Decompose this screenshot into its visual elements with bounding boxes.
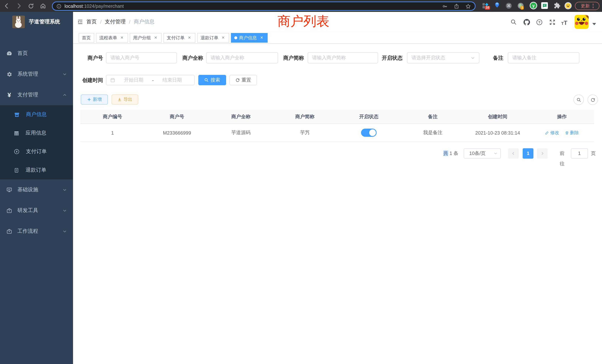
create-time-range-input[interactable]: 开始日期 - 结束日期 (106, 75, 195, 85)
close-icon[interactable]: ✕ (119, 35, 125, 40)
export-button[interactable]: 导出 (112, 95, 138, 105)
search-icon[interactable] (510, 19, 517, 25)
current-page[interactable]: 1 (523, 148, 533, 159)
prev-page-button[interactable] (508, 148, 519, 159)
filter-label-remark: 备注 (478, 52, 503, 63)
filter-label-create-time: 创建时间 (78, 75, 103, 85)
sidebar-item-devtools[interactable]: 研发工具 (0, 200, 73, 221)
browser-forward-icon[interactable] (16, 3, 22, 9)
status-toggle[interactable] (361, 129, 377, 137)
add-button[interactable]: 新增 (81, 95, 108, 105)
remark-input[interactable]: 请输入备注 (508, 52, 579, 63)
sidebar-item-label: 商户信息 (26, 111, 47, 118)
filter-label-merchant-name: 商户全称 (178, 52, 203, 63)
sidebar-item-refund-order[interactable]: 退款订单 (0, 161, 73, 179)
sidebar-item-label: 工作流程 (17, 228, 38, 235)
edit-link[interactable]: 修改 (545, 129, 559, 136)
extension-grey-icon[interactable]: 1 (517, 2, 524, 9)
profile-emoji-icon[interactable] (564, 2, 572, 10)
sidebar-item-infra[interactable]: 基础设施 (0, 179, 73, 200)
column-header: 备注 (400, 110, 465, 123)
filter-label-status: 开启状态 (377, 52, 403, 63)
chevron-down-icon (494, 152, 497, 155)
chevron-down-icon (63, 229, 67, 233)
store-icon (14, 112, 20, 117)
sidebar-item-app-info[interactable]: 应用信息 (0, 124, 73, 142)
close-icon[interactable]: ✕ (221, 35, 226, 40)
reset-button[interactable]: 重置 (229, 75, 257, 85)
tab-merchant-info[interactable]: 商户信息✕ (231, 33, 268, 43)
hamburger-icon[interactable] (77, 19, 83, 24)
extension-sketch-icon[interactable]: 10 (482, 2, 489, 9)
tab-user-group[interactable]: 用户分组✕ (130, 33, 162, 43)
sidebar-item-merchant-info[interactable]: 商户信息 (0, 105, 73, 124)
extension-balloon-icon[interactable] (494, 2, 500, 9)
toolbox-icon (6, 228, 12, 234)
close-icon[interactable]: ✕ (259, 35, 264, 40)
sidebar-item-pay-order[interactable]: ¥ 支付订单 (0, 142, 73, 161)
chevron-down-icon (63, 188, 67, 192)
tab-pay-order[interactable]: 支付订单✕ (163, 33, 195, 43)
breadcrumb-current: 商户信息 (134, 19, 155, 25)
close-icon[interactable]: ✕ (187, 35, 192, 40)
extension-y-icon[interactable]: y (529, 1, 538, 10)
breadcrumb-home[interactable]: 首页 (86, 19, 97, 25)
font-size-icon[interactable]: TT (561, 20, 567, 26)
caret-down-icon[interactable] (592, 23, 596, 26)
browser-back-icon[interactable] (3, 3, 10, 9)
sidebar-item-label: 基础设施 (17, 186, 38, 193)
bookmark-star-icon[interactable] (465, 3, 471, 9)
close-icon[interactable]: ✕ (153, 35, 158, 40)
fullscreen-icon[interactable] (549, 19, 556, 26)
status-select[interactable]: 请选择开启状态 (407, 52, 479, 63)
logo-rabbit-icon (12, 16, 25, 28)
site-info-icon[interactable] (56, 3, 62, 9)
sidebar: 芋道管理系统 首页 系统管理 ¥ 支付管理 (0, 12, 73, 364)
address-bar[interactable]: localhost:1024/pay/merchant (52, 1, 476, 11)
tab-refund-order[interactable]: 退款订单✕ (197, 33, 229, 43)
sidebar-item-label: 研发工具 (17, 207, 38, 214)
extension-command-icon[interactable]: ⌘ (505, 2, 512, 9)
sidebar-item-label: 系统管理 (17, 71, 38, 77)
breadcrumb-pay[interactable]: 支付管理 (105, 19, 126, 25)
browser-reload-icon[interactable] (28, 3, 34, 9)
merchant-short-input[interactable]: 请输入商户简称 (308, 52, 378, 63)
browser-home-icon[interactable] (40, 3, 46, 9)
sidebar-item-workflow[interactable]: 工作流程 (0, 221, 73, 242)
app-title: 芋道管理系统 (29, 19, 60, 25)
page-size-select[interactable]: 10条/页 (464, 148, 501, 159)
browser-update-button[interactable]: 更新 (575, 2, 599, 10)
column-header: 商户号 (145, 110, 209, 123)
search-button[interactable]: 搜索 (198, 75, 226, 85)
extension-chat-icon[interactable] (541, 2, 548, 9)
toggle-search-button[interactable] (573, 95, 584, 105)
delete-link[interactable]: 删除 (565, 129, 579, 136)
password-key-icon[interactable] (442, 3, 448, 9)
sidebar-item-home[interactable]: 首页 (0, 43, 73, 64)
pagination-total: 共 1 条 (443, 148, 458, 159)
merchant-name-input[interactable]: 请输入商户全称 (206, 52, 278, 63)
sidebar-item-pay[interactable]: ¥ 支付管理 (0, 85, 73, 105)
svg-text:y: y (532, 3, 535, 8)
tab-process-form[interactable]: 流程表单✕ (96, 33, 128, 43)
github-icon[interactable] (523, 19, 530, 26)
browser-menu-icon[interactable] (593, 4, 594, 8)
grid-icon (14, 130, 19, 136)
help-icon[interactable]: ? (536, 19, 543, 26)
chevron-up-icon (63, 93, 67, 97)
refresh-button[interactable] (588, 95, 598, 105)
avatar[interactable] (575, 15, 589, 29)
sidebar-item-label: 首页 (17, 50, 28, 57)
tab-home[interactable]: 首页 (79, 33, 94, 43)
goto-unit: 页 (591, 148, 596, 159)
column-header: 商户全称 (209, 110, 272, 123)
goto-page-input[interactable]: 1 (571, 148, 588, 159)
browser-chrome: localhost:1024/pay/merchant 10 ⌘ (0, 0, 602, 12)
share-icon[interactable] (454, 3, 459, 9)
merchant-no-input[interactable]: 请输入商户号 (106, 52, 177, 63)
sidebar-item-label: 支付管理 (17, 92, 38, 98)
next-page-button[interactable] (537, 148, 548, 159)
extensions-puzzle-icon[interactable] (554, 2, 560, 9)
sidebar-item-system[interactable]: 系统管理 (0, 64, 73, 85)
logo[interactable]: 芋道管理系统 (0, 12, 73, 32)
